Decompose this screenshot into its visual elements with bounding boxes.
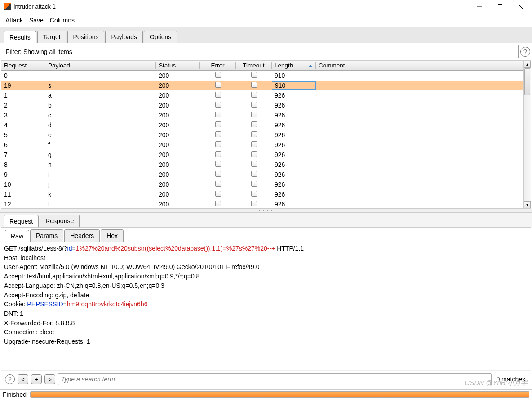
table-row[interactable]: 7g200926 <box>1 150 523 160</box>
table-row[interactable]: 1a200926 <box>1 90 523 100</box>
search-matches: 0 matches <box>494 376 527 383</box>
checkbox-icon <box>251 161 257 167</box>
tab-params[interactable]: Params <box>30 229 63 242</box>
checkbox-icon <box>215 131 221 137</box>
table-row[interactable]: 6f200926 <box>1 140 523 150</box>
search-help-icon[interactable]: ? <box>5 374 15 384</box>
checkbox-icon <box>215 171 221 177</box>
search-input[interactable] <box>58 373 492 385</box>
checkbox-icon <box>215 201 221 206</box>
checkbox-icon <box>215 92 221 98</box>
tab-options[interactable]: Options <box>144 31 177 43</box>
checkbox-icon <box>251 151 257 157</box>
checkbox-icon <box>251 82 257 88</box>
checkbox-icon <box>215 72 221 78</box>
table-row[interactable]: 0200910 <box>1 71 523 81</box>
checkbox-icon <box>251 181 257 187</box>
checkbox-icon <box>215 121 221 127</box>
checkbox-icon <box>251 141 257 147</box>
checkbox-icon <box>251 92 257 98</box>
tab-response[interactable]: Response <box>40 215 80 227</box>
checkbox-icon <box>251 72 257 78</box>
search-add-button[interactable]: + <box>31 374 42 384</box>
table-header: Request Payload Status Error Timeout Len… <box>1 61 523 71</box>
menu-attack[interactable]: Attack <box>3 15 26 26</box>
checkbox-icon <box>215 161 221 167</box>
maximize-button[interactable] <box>490 0 510 13</box>
tab-hex[interactable]: Hex <box>101 229 124 242</box>
checkbox-icon <box>215 82 221 88</box>
sort-asc-icon <box>308 65 313 67</box>
checkbox-icon <box>215 141 221 147</box>
tab-payloads[interactable]: Payloads <box>105 31 143 43</box>
tab-target[interactable]: Target <box>37 31 66 43</box>
col-error[interactable]: Error <box>200 62 236 69</box>
checkbox-icon <box>215 191 221 197</box>
search-next-button[interactable]: > <box>44 374 55 384</box>
app-icon <box>4 3 11 10</box>
search-prev-button[interactable]: < <box>18 374 28 384</box>
table-row[interactable]: 2b200926 <box>1 100 523 110</box>
table-row[interactable]: 11k200926 <box>1 189 523 199</box>
checkbox-icon <box>215 181 221 187</box>
checkbox-icon <box>251 131 257 137</box>
checkbox-icon <box>215 151 221 157</box>
table-row[interactable]: 19s200910 <box>1 81 523 90</box>
table-row[interactable]: 3c200926 <box>1 110 523 120</box>
checkbox-icon <box>251 121 257 127</box>
menu-columns[interactable]: Columns <box>47 15 77 26</box>
progress-bar <box>30 391 529 398</box>
splitter-handle[interactable] <box>0 209 532 213</box>
tab-headers[interactable]: Headers <box>64 229 100 242</box>
menu-save[interactable]: Save <box>27 15 46 26</box>
tab-raw[interactable]: Raw <box>5 230 29 242</box>
checkbox-icon <box>251 171 257 177</box>
minimize-button[interactable] <box>469 0 490 13</box>
raw-tabs: Raw Params Headers Hex <box>1 228 531 242</box>
table-row[interactable]: 12l200926 <box>1 199 523 208</box>
tab-results[interactable]: Results <box>4 31 36 43</box>
checkbox-icon <box>251 102 257 108</box>
table-row[interactable]: 8h200926 <box>1 160 523 170</box>
status-text: Finished <box>3 391 27 398</box>
main-tabs: Results Target Positions Payloads Option… <box>0 27 532 43</box>
checkbox-icon <box>215 112 221 117</box>
scroll-up-icon[interactable]: ▲ <box>524 61 531 68</box>
help-icon[interactable]: ? <box>520 47 530 57</box>
col-timeout[interactable]: Timeout <box>236 62 272 69</box>
table-row[interactable]: 5e200926 <box>1 130 523 140</box>
filter-bar[interactable]: Filter: Showing all items <box>2 45 519 58</box>
titlebar: Intruder attack 1 <box>0 0 532 13</box>
tab-request[interactable]: Request <box>4 215 39 227</box>
table-row[interactable]: 9i200926 <box>1 170 523 179</box>
tab-positions[interactable]: Positions <box>67 31 105 43</box>
col-request[interactable]: Request <box>1 62 45 69</box>
checkbox-icon <box>251 112 257 117</box>
col-status[interactable]: Status <box>156 62 200 69</box>
close-button[interactable] <box>510 0 531 13</box>
table-row[interactable]: 4d200926 <box>1 120 523 130</box>
menubar: Attack Save Columns <box>0 13 532 27</box>
detail-tabs: Request Response <box>0 213 532 227</box>
col-comment[interactable]: Comment <box>316 62 427 69</box>
checkbox-icon <box>251 201 257 206</box>
col-length[interactable]: Length <box>272 62 316 69</box>
window-title: Intruder attack 1 <box>13 3 469 10</box>
table-row[interactable]: 10j200926 <box>1 179 523 189</box>
results-table: Request Payload Status Error Timeout Len… <box>1 60 531 209</box>
checkbox-icon <box>251 191 257 197</box>
svg-rect-1 <box>498 4 502 9</box>
col-payload[interactable]: Payload <box>45 62 156 69</box>
scroll-down-icon[interactable]: ▼ <box>524 201 531 208</box>
raw-request-content[interactable]: GET /sqlilabs/Less-8/?id=1%27%20and%20su… <box>1 242 531 370</box>
results-scrollbar[interactable]: ▲ ▼ <box>523 61 531 208</box>
statusbar: Finished <box>0 389 532 399</box>
checkbox-icon <box>215 102 221 108</box>
scroll-thumb[interactable] <box>524 68 530 95</box>
